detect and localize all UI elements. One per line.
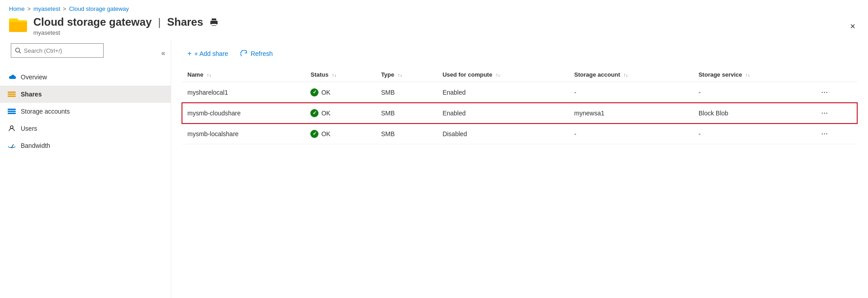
sort-arrows-type: ↑↓ (398, 73, 402, 78)
add-icon: + (187, 50, 191, 58)
refresh-icon (241, 50, 248, 57)
sidebar: « Overview Shar (0, 40, 171, 298)
add-share-button[interactable]: + + Add share (182, 47, 233, 60)
status-ok-icon (310, 109, 318, 117)
cell-storage-service: - (693, 82, 813, 103)
cell-more-actions[interactable]: ··· (813, 82, 857, 103)
search-box (11, 43, 104, 58)
col-header-actions (813, 68, 857, 82)
cell-type: SMB (376, 82, 437, 103)
col-header-name[interactable]: Name ↑↓ (182, 68, 305, 82)
cell-used-for-compute: Enabled (437, 103, 568, 124)
sidebar-item-users-label: Users (21, 125, 37, 132)
page-title: Cloud storage gateway | Shares (33, 16, 220, 28)
cell-storage-account: - (569, 124, 693, 144)
search-icon (15, 47, 21, 54)
main-content: + + Add share Refresh Name (171, 40, 868, 298)
svg-rect-7 (8, 96, 16, 97)
col-header-status[interactable]: Status ↑↓ (305, 68, 375, 82)
resource-subtitle: myasetest (33, 29, 220, 36)
svg-rect-5 (8, 92, 16, 93)
app-container: Home > myasetest > Cloud storage gateway… (0, 0, 868, 298)
breadcrumb: Home > myasetest > Cloud storage gateway (0, 0, 868, 14)
table-row[interactable]: mysmb-localshare OK SMB Disabled - - ··· (182, 124, 857, 144)
sidebar-item-overview-label: Overview (21, 73, 47, 81)
svg-point-3 (16, 48, 20, 52)
table-row[interactable]: mysharelocal1 OK SMB Enabled - - ··· (182, 82, 857, 103)
cell-type: SMB (376, 103, 437, 124)
sort-arrows-compute: ↑↓ (496, 73, 500, 78)
sort-arrows-status: ↑↓ (332, 73, 336, 78)
refresh-button[interactable]: Refresh (235, 47, 278, 60)
cloud-icon (7, 73, 16, 82)
cell-more-actions[interactable]: ··· (813, 124, 857, 144)
cell-status: OK (305, 103, 375, 124)
shares-table: Name ↑↓ Status ↑↓ Type ↑↓ Used for com (182, 68, 857, 144)
search-row: « (0, 43, 171, 63)
breadcrumb-current: Cloud storage gateway (69, 5, 129, 12)
svg-rect-6 (8, 94, 16, 95)
status-ok-icon (310, 88, 318, 96)
svg-rect-2 (9, 22, 27, 31)
cell-more-actions[interactable]: ··· (813, 103, 857, 124)
sidebar-item-shares[interactable]: Shares (0, 86, 171, 103)
main-layout: « Overview Shar (0, 40, 868, 298)
cell-name: mysmb-cloudshare (182, 103, 305, 124)
shares-icon (7, 90, 16, 99)
svg-line-4 (19, 52, 21, 54)
sort-arrows-account: ↑↓ (623, 73, 628, 78)
cell-used-for-compute: Enabled (437, 82, 568, 103)
users-icon (7, 124, 16, 133)
col-header-storage-service[interactable]: Storage service ↑↓ (693, 68, 813, 82)
cell-type: SMB (376, 124, 437, 144)
cell-storage-account: - (569, 82, 693, 103)
sidebar-item-storage-accounts[interactable]: Storage accounts (0, 103, 171, 120)
cell-used-for-compute: Disabled (437, 124, 568, 144)
cell-storage-service: Block Blob (693, 103, 813, 124)
svg-rect-10 (8, 113, 16, 114)
sidebar-item-shares-label: Shares (21, 91, 42, 98)
sidebar-item-storage-accounts-label: Storage accounts (21, 108, 70, 115)
table-header-row: Name ↑↓ Status ↑↓ Type ↑↓ Used for com (182, 68, 857, 82)
sort-arrows-service: ↑↓ (745, 73, 750, 78)
col-header-used-for-compute[interactable]: Used for compute ↑↓ (437, 68, 568, 82)
collapse-sidebar-button[interactable]: « (158, 47, 169, 59)
search-input[interactable] (24, 47, 100, 54)
more-actions-button[interactable]: ··· (818, 107, 831, 119)
cell-name: mysmb-localshare (182, 124, 305, 144)
svg-point-11 (10, 126, 13, 128)
more-actions-button[interactable]: ··· (818, 128, 831, 139)
toolbar: + + Add share Refresh (182, 47, 857, 60)
cell-storage-account: mynewsa1 (569, 103, 693, 124)
cell-status: OK (305, 82, 375, 103)
bandwidth-icon (7, 141, 16, 150)
cell-status: OK (305, 124, 375, 144)
breadcrumb-myasetest[interactable]: myasetest (33, 5, 60, 12)
folder-icon (9, 17, 27, 33)
cell-name: mysharelocal1 (182, 82, 305, 103)
col-header-storage-account[interactable]: Storage account ↑↓ (569, 68, 693, 82)
breadcrumb-home[interactable]: Home (9, 5, 25, 12)
sidebar-item-users[interactable]: Users (0, 120, 171, 137)
cell-storage-service: - (693, 124, 813, 144)
sidebar-item-overview[interactable]: Overview (0, 69, 171, 86)
page-header: Cloud storage gateway | Shares myasetest… (0, 14, 868, 40)
print-button[interactable] (208, 16, 220, 28)
status-ok-icon (310, 130, 318, 138)
col-header-type[interactable]: Type ↑↓ (376, 68, 437, 82)
close-button[interactable]: × (846, 20, 859, 32)
svg-rect-9 (8, 111, 16, 112)
table-row[interactable]: mysmb-cloudshare OK SMB Enabled mynewsa1… (182, 103, 857, 124)
sidebar-item-bandwidth-label: Bandwidth (21, 142, 50, 149)
print-icon (209, 18, 218, 27)
storage-icon (7, 107, 16, 116)
sort-arrows-name: ↑↓ (207, 73, 211, 78)
sidebar-item-bandwidth[interactable]: Bandwidth (0, 137, 171, 154)
more-actions-button[interactable]: ··· (818, 87, 831, 98)
svg-rect-8 (8, 109, 16, 110)
